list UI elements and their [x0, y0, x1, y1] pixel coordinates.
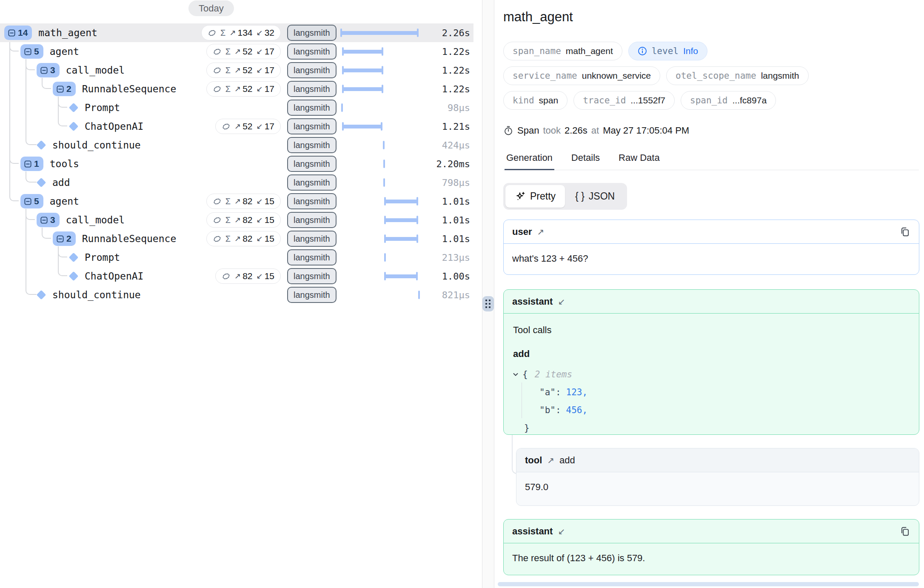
token-usage-pill[interactable]: Σ↗134↙32 [201, 25, 281, 40]
row-label-group: add [37, 173, 70, 192]
trace-row-RunnableSequence[interactable]: 2RunnableSequenceΣ↗82↙15langsmith1.01s [0, 229, 473, 248]
tab-details[interactable]: Details [571, 151, 600, 170]
vendor-tag-chip[interactable]: langsmith [287, 231, 337, 247]
span-name-label: Prompt [85, 102, 120, 113]
input-tokens: ↗82 [234, 196, 252, 206]
vendor-tag-chip[interactable]: langsmith [287, 174, 337, 191]
token-usage-pill[interactable]: Σ↗52↙17 [206, 63, 281, 78]
vendor-tag-chip[interactable]: langsmith [287, 287, 337, 303]
trace-row-tools[interactable]: 1toolslangsmith2.20ms [0, 154, 473, 173]
vendor-tag-chip[interactable]: langsmith [287, 156, 337, 172]
tag-row-3: kind span trace_id ...1552f7 span_id ...… [503, 91, 776, 110]
trace-row-ChatOpenAI[interactable]: ChatOpenAI↗52↙17langsmith1.21s [0, 117, 473, 136]
pretty-view-button[interactable]: Pretty [505, 185, 565, 208]
vendor-tag-chip[interactable]: langsmith [287, 25, 337, 41]
today-badge[interactable]: Today [188, 0, 234, 16]
vendor-tag-chip[interactable]: langsmith [287, 43, 337, 60]
input-tokens: ↗52 [234, 46, 252, 57]
coin-icon [213, 66, 222, 75]
span-detail-panel: math_agent span_name math_agent level In… [494, 0, 924, 588]
panel-resizer-handle[interactable] [482, 296, 494, 311]
vendor-tag-chip[interactable]: langsmith [287, 249, 337, 265]
sparkle-icon [515, 191, 526, 202]
trace-row-Prompt[interactable]: Promptlangsmith98µs [0, 98, 473, 117]
arrow-down-left-icon: ↙ [257, 84, 263, 94]
tag-trace-id[interactable]: trace_id ...1552f7 [573, 91, 675, 110]
output-tokens: ↙15 [257, 215, 274, 225]
vendor-tag-chip[interactable]: langsmith [287, 100, 337, 116]
sigma-icon: Σ [225, 215, 231, 225]
duration-label: 213µs [442, 248, 470, 267]
token-usage-pill[interactable]: ↗82↙15 [215, 268, 281, 284]
minus-square-icon [56, 85, 64, 93]
horizontal-scrollbar[interactable] [498, 582, 919, 586]
arrow-up-right-icon: ↗ [234, 215, 241, 225]
duration-label: 1.01s [442, 211, 470, 229]
token-usage-pill[interactable]: Σ↗82↙15 [206, 231, 281, 246]
tab-raw-data[interactable]: Raw Data [619, 151, 660, 170]
trace-row-math_agent[interactable]: 14math_agentΣ↗134↙32langsmith2.26s [0, 23, 473, 42]
span-name-label: RunnableSequence [82, 233, 177, 244]
tag-span-id[interactable]: span_id ...fc897a [681, 91, 776, 110]
collapse-badge[interactable]: 5 [20, 44, 43, 59]
trace-row-should_continue[interactable]: should_continuelangsmith424µs [0, 136, 473, 154]
row-label-group: ChatOpenAI [69, 267, 143, 285]
arrow-up-right-icon: ↗ [537, 227, 544, 237]
collapse-badge[interactable]: 1 [20, 157, 43, 171]
json-view-button[interactable]: { } JSON [565, 191, 625, 202]
trace-row-call_model[interactable]: 3call_modelΣ↗82↙15langsmith1.01s [0, 211, 473, 229]
trace-row-agent[interactable]: 5agentΣ↗82↙15langsmith1.01s [0, 192, 473, 211]
collapse-badge[interactable]: 5 [20, 194, 43, 208]
trace-row-add[interactable]: addlangsmith798µs [0, 173, 473, 192]
trace-row-ChatOpenAI[interactable]: ChatOpenAI↗82↙15langsmith1.00s [0, 267, 473, 285]
trace-row-RunnableSequence[interactable]: 2RunnableSequenceΣ↗52↙17langsmith1.22s [0, 80, 473, 98]
span-summary: Span took 2.26s at May 27 17:05:04 PM [503, 125, 689, 136]
duration-bar [340, 85, 419, 93]
tag-kind[interactable]: kind span [503, 91, 568, 110]
token-usage-pill[interactable]: Σ↗52↙17 [206, 81, 281, 97]
trace-row-call_model[interactable]: 3call_modelΣ↗52↙17langsmith1.22s [0, 61, 473, 80]
collapse-badge[interactable]: 3 [37, 213, 60, 227]
collapse-badge[interactable]: 3 [37, 63, 60, 77]
sigma-icon: Σ [225, 234, 231, 244]
collapse-badge[interactable]: 2 [53, 231, 76, 246]
trace-row-agent[interactable]: 5agentΣ↗52↙17langsmith1.22s [0, 42, 473, 61]
vendor-tag-chip[interactable]: langsmith [287, 212, 337, 228]
copy-button[interactable] [899, 526, 910, 537]
sigma-icon: Σ [225, 84, 231, 94]
tag-otel-scope-name[interactable]: otel_scope_name langsmith [666, 66, 809, 85]
role-label: user [512, 226, 532, 237]
vendor-tag-chip[interactable]: langsmith [287, 268, 337, 284]
coin-icon [213, 197, 222, 206]
trace-viewer-screen: Today 14math_agentΣ↗134↙32langsmith2.26s… [0, 0, 924, 588]
descendant-count: 2 [66, 84, 71, 94]
vendor-tag-chip[interactable]: langsmith [287, 193, 337, 209]
coin-icon [213, 85, 222, 94]
arrow-up-right-icon: ↗ [234, 47, 241, 56]
vendor-tag-chip[interactable]: langsmith [287, 118, 337, 134]
tab-generation[interactable]: Generation [506, 151, 553, 170]
token-usage-pill[interactable]: Σ↗52↙17 [206, 44, 281, 59]
tag-span-name[interactable]: span_name math_agent [503, 42, 622, 60]
trace-row-Prompt[interactable]: Promptlangsmith213µs [0, 248, 473, 267]
descendant-count: 5 [34, 196, 39, 206]
row-label-group: 3call_model [37, 211, 125, 229]
json-root-line[interactable]: { 2 items [512, 365, 910, 383]
sigma-icon: Σ [225, 197, 231, 206]
token-usage-pill[interactable]: Σ↗82↙15 [206, 212, 281, 228]
tag-service-name[interactable]: service_name unknown_service [503, 66, 660, 85]
collapse-badge[interactable]: 14 [4, 26, 32, 40]
trace-row-should_continue[interactable]: should_continuelangsmith821µs [0, 285, 473, 304]
descendant-count: 14 [18, 28, 28, 38]
vendor-tag-chip[interactable]: langsmith [287, 62, 337, 78]
view-toggle: Pretty { } JSON [503, 183, 627, 210]
vendor-tag-chip[interactable]: langsmith [287, 81, 337, 97]
tag-level[interactable]: level Info [628, 42, 707, 60]
copy-button[interactable] [899, 226, 910, 237]
collapse-badge[interactable]: 2 [53, 82, 76, 96]
token-usage-pill[interactable]: ↗52↙17 [215, 119, 281, 134]
token-usage-pill[interactable]: Σ↗82↙15 [206, 194, 281, 209]
span-name-label: call_model [66, 214, 125, 225]
vendor-tag-chip[interactable]: langsmith [287, 137, 337, 153]
span-name-label: agent [50, 196, 79, 207]
